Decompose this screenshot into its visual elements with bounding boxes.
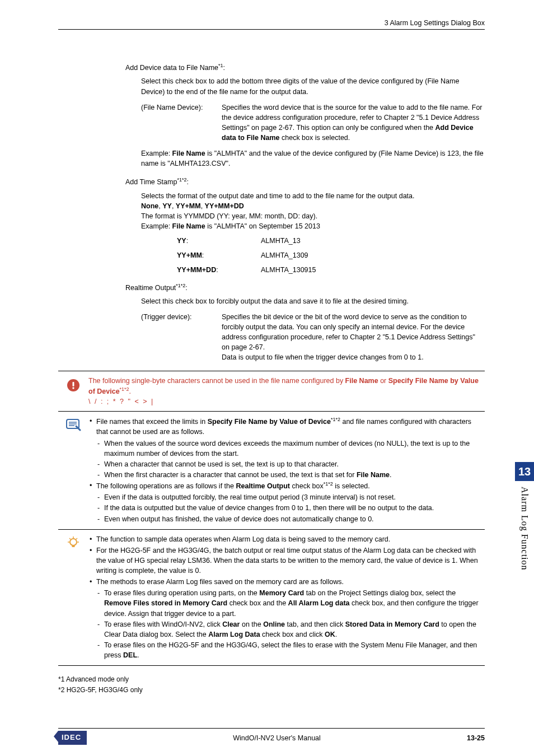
t: None: [141, 202, 158, 210]
t: Alarm Log Data: [208, 631, 260, 638]
t: check box and the: [227, 599, 288, 607]
ts-row-yymmdd: YY+MM+DD: ALMHTA_130915: [141, 265, 485, 275]
t: When the values of the source word devic…: [88, 438, 485, 459]
page-number: 13-25: [467, 733, 485, 743]
lightbulb-icon: [58, 534, 88, 551]
t: When the first character is a character …: [104, 471, 357, 479]
add-time-stamp-title: Add Time Stamp*1*2:: [125, 176, 485, 187]
title-sup: *1: [218, 63, 223, 68]
note-icon: [58, 416, 88, 432]
t: *1*2: [176, 283, 185, 288]
t: YY: [177, 237, 186, 245]
t: .: [335, 631, 337, 638]
t: Clear: [222, 620, 240, 628]
t: is "ALMHTA" on September 15 2013: [205, 222, 320, 230]
t: File Name: [357, 471, 390, 479]
t: YY+MM+DD: [205, 202, 244, 210]
t: File Name: [345, 377, 378, 385]
ts-row-yy: YY: ALMHTA_13: [141, 236, 485, 246]
s2-options: None, YY, YY+MM, YY+MM+DD: [141, 201, 485, 211]
t: Realtime Output: [125, 284, 176, 292]
t: ALMHTA_130915: [261, 265, 316, 275]
footnote-2: *2 HG2G-5F, HG3G/4G only: [58, 685, 485, 695]
s1-example: Example: File Name is "ALMHTA" and the v…: [141, 148, 485, 169]
t: For the HG2G-5F and the HG3G/4G, the bat…: [88, 545, 485, 576]
s2-desc: Selects the format of the output date an…: [141, 191, 485, 201]
chapter-number: 13: [515, 462, 534, 481]
svg-line-13: [76, 538, 77, 539]
ts-row-yymm: YY+MM: ALMHTA_1309: [141, 250, 485, 260]
t: tab on the Project Settings dialog box, …: [304, 589, 456, 597]
info-note: File names that exceed the limits in Spe…: [58, 412, 485, 530]
t: ALMHTA_13: [261, 236, 301, 246]
t: Realtime Output: [236, 482, 290, 490]
t: :: [186, 179, 188, 186]
chapter-side-tab: 13 Alarm Log Function: [515, 462, 534, 636]
t: To erase files with WindO/I-NV2, click: [104, 620, 222, 628]
t: OK: [325, 631, 335, 638]
file-name-device-label: (File Name Device):: [141, 102, 222, 143]
t: ALMHTA_1309: [261, 250, 308, 260]
t: check box is selected.: [280, 134, 350, 142]
t: Data is output to file when the trigger …: [222, 352, 485, 362]
svg-point-7: [70, 539, 77, 545]
svg-point-2: [72, 387, 74, 389]
t: Remove Files stored in Memory Card: [104, 599, 227, 607]
t: *1*2: [324, 481, 333, 487]
t: YY+MM+DD: [177, 266, 216, 274]
t: on the: [240, 620, 263, 628]
tip-note: The function to sample data operates whe…: [58, 530, 485, 666]
t: File Name: [172, 150, 205, 157]
s2-format: The format is YYMMDD (YY: year, MM: mont…: [141, 211, 485, 221]
warning-icon: [58, 376, 88, 394]
title-colon: :: [223, 64, 225, 72]
t: tab, and then click: [285, 620, 345, 628]
chapter-title: Alarm Log Function: [518, 481, 531, 571]
file-name-device-body: Specifies the word device that is the so…: [222, 102, 485, 143]
svg-rect-8: [72, 545, 75, 547]
footnote-1: *1 Advanced mode only: [58, 675, 485, 684]
t: :: [185, 284, 187, 292]
t: is selected.: [333, 482, 370, 490]
t: Stored Data in Memory Card: [345, 620, 439, 628]
t: YY: [162, 202, 172, 210]
t: The function to sample data operates whe…: [88, 534, 485, 544]
trigger-device-body: Specifies the bit device or the bit of t…: [222, 312, 485, 363]
t: *1*2: [120, 386, 129, 392]
title-text: Add Device data to File Name: [125, 64, 218, 72]
svg-line-12: [69, 538, 71, 539]
footnotes: *1 Advanced mode only *2 HG2G-5F, HG3G/4…: [58, 675, 485, 695]
t: Even when output has finished, the value…: [88, 514, 485, 524]
t: The following operations are as follows …: [96, 482, 236, 490]
t: YY+MM: [177, 251, 202, 259]
trigger-device-label: (Trigger device):: [141, 312, 222, 363]
t: To erase files on the HG2G-5F and the HG…: [104, 641, 477, 659]
t: Memory Card: [259, 589, 304, 597]
t: If the data is outputted but the value o…: [88, 503, 485, 513]
t: The methods to erase Alarm Log files sav…: [88, 577, 485, 587]
s1-desc: Select this check box to add the bottom …: [141, 76, 485, 96]
t: The following single-byte characters can…: [88, 377, 345, 385]
t: .: [390, 471, 391, 479]
t: *1*2: [331, 417, 340, 422]
t: Example:: [141, 222, 172, 230]
t: Even if the data is outputted forcibly, …: [88, 492, 485, 502]
t: .: [129, 388, 131, 395]
s2-example: Example: File Name is "ALMHTA" on Septem…: [141, 221, 485, 231]
t: ,: [172, 202, 176, 210]
t: ,: [201, 202, 205, 210]
t: DEL: [123, 651, 137, 659]
t: File names that exceed the limits in: [96, 418, 208, 426]
t: All Alarm Log data: [288, 599, 350, 607]
s3-desc: Select this check box to forcibly output…: [141, 296, 485, 306]
t: or: [378, 377, 388, 385]
forbidden-chars: \ / : ; * ? " < > |: [88, 396, 485, 407]
t: File Name: [172, 222, 205, 230]
warning-note: The following single-byte characters can…: [58, 371, 485, 412]
t: Specify File Name by Value of Device: [208, 418, 331, 426]
svg-rect-1: [73, 382, 74, 386]
t: When a character that cannot be used is …: [88, 459, 485, 469]
t: Example:: [141, 150, 172, 157]
realtime-output-title: Realtime Output*1*2:: [125, 282, 485, 293]
footer-manual-title: WindO/I-NV2 User's Manual: [87, 733, 467, 743]
